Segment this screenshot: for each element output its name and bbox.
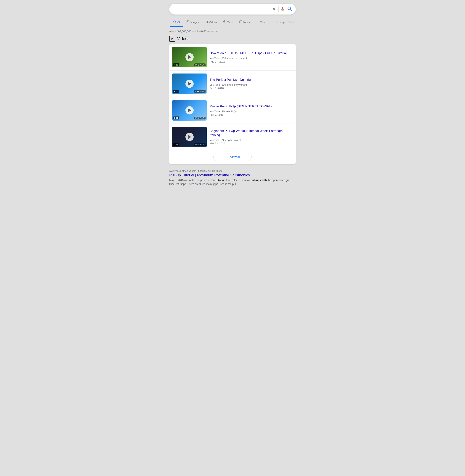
video-date-4: Mar 23, 2010 [210, 142, 293, 145]
svg-rect-0 [282, 7, 283, 9]
video-info-3: Master the Pull-Up (BEGINNER TUTORIAL) Y… [210, 104, 293, 116]
search-button[interactable] [287, 6, 292, 12]
result-path-1: tutorial › pull-up-tutorial [198, 170, 223, 172]
tab-images-label: Images [190, 21, 199, 24]
news-tab-icon [239, 20, 242, 24]
play-button-2[interactable] [185, 80, 194, 88]
more-tab-icon: ⋮ [256, 20, 259, 24]
result-title-1[interactable]: Pull-up Tutorial | Maximum Potential Cal… [169, 173, 296, 178]
video-thumbnail-3: 5:03 PREVIEW [172, 100, 207, 120]
preview-label-3: PREVIEW [194, 117, 206, 119]
tab-videos[interactable]: Videos [202, 18, 220, 26]
videos-card: 4:52 PREVIEW How to do a Pull Up / MORE … [169, 44, 296, 164]
divider [278, 7, 279, 12]
result-domain-1: www.mpcalisthenics.com [169, 170, 196, 172]
tab-maps-label: Maps [227, 21, 233, 24]
nav-tabs: All Images Videos [169, 18, 296, 27]
clear-icon[interactable]: ✕ [271, 7, 277, 11]
video-title-3[interactable]: Master the Pull-Up (BEGINNER TUTORIAL) [210, 104, 293, 108]
tab-maps[interactable]: Maps [220, 18, 236, 26]
video-title-4[interactable]: Beginners Pull Up Workout Tutorial Week … [210, 129, 293, 137]
search-bar: pull up tutorial ✕ [169, 4, 296, 14]
video-info-2: The Perfect Pull Up - Do it right! YouTu… [210, 78, 293, 90]
maps-tab-icon [223, 20, 226, 24]
images-tab-icon [186, 20, 189, 24]
result-url-1: www.mpcalisthenics.com › tutorial › pull… [169, 170, 296, 172]
page-wrapper: pull up tutorial ✕ [169, 4, 296, 188]
tab-all[interactable]: All [170, 18, 183, 27]
video-duration-2: 4:32 [173, 90, 179, 93]
play-button-3[interactable] [185, 106, 194, 114]
video-info-4: Beginners Pull Up Workout Tutorial Week … [210, 129, 293, 145]
video-duration-1: 4:52 [173, 63, 179, 66]
videos-section-header: Videos [169, 36, 296, 42]
video-source-2: YouTube · Calisthenicmovement [210, 83, 293, 86]
play-button-4[interactable] [185, 133, 194, 141]
tab-news[interactable]: News [236, 18, 253, 26]
video-date-3: Feb 7, 2019 [210, 113, 293, 116]
play-triangle-1 [188, 55, 191, 59]
video-thumbnail-4: 3:08 PREVIEW [172, 127, 207, 147]
preview-label-1: PREVIEW [194, 64, 206, 66]
result-path-separator-1: › [197, 170, 198, 172]
svg-point-11 [224, 21, 224, 22]
results-count: About 407,000,000 results (0.85 seconds) [169, 28, 296, 36]
video-source-4: YouTube · Strength Project [210, 139, 293, 142]
video-info-1: How to do a Pull Up / MORE Pull Ups - Pu… [210, 51, 293, 63]
search-input[interactable]: pull up tutorial [173, 7, 271, 11]
videos-section-title: Videos [177, 36, 190, 41]
video-source-3: YouTube · FitnessFAQs [210, 110, 293, 113]
play-triangle-4 [188, 135, 191, 139]
video-date-2: Sep 8, 2016 [210, 87, 293, 90]
video-thumbnail-2: 4:32 PREVIEW [172, 74, 207, 94]
video-duration-4: 3:08 [173, 143, 179, 146]
tab-more-label: More [260, 21, 266, 24]
tab-images[interactable]: Images [183, 18, 202, 26]
videos-section-icon [169, 36, 175, 42]
view-all-label: View all [230, 155, 241, 159]
videos-tab-icon [205, 20, 208, 24]
mic-icon[interactable] [280, 6, 285, 12]
arrow-right-icon: → [225, 155, 228, 159]
preview-label-2: PREVIEW [194, 90, 206, 93]
play-triangle-3 [188, 108, 191, 112]
play-button-1[interactable] [185, 53, 194, 61]
all-tab-icon [173, 20, 176, 24]
video-title-1[interactable]: How to do a Pull Up / MORE Pull Ups - Pu… [210, 51, 293, 55]
preview-label-4: PREVIEW [194, 143, 206, 146]
svg-line-4 [290, 10, 291, 11]
video-item-1[interactable]: 4:52 PREVIEW How to do a Pull Up / MORE … [169, 44, 296, 71]
tab-more[interactable]: ⋮ More [253, 18, 269, 26]
svg-marker-10 [206, 21, 207, 22]
view-all-container: → View all [169, 150, 296, 164]
result-snippet-1: May 8, 2018 — For the purposes of this t… [169, 178, 296, 186]
video-item-4[interactable]: 3:08 PREVIEW Beginners Pull Up Workout T… [169, 124, 296, 150]
video-date-1: Aug 27, 2015 [210, 60, 293, 63]
video-item-3[interactable]: 5:03 PREVIEW Master the Pull-Up (BEGINNE… [169, 97, 296, 124]
view-all-button[interactable]: → View all [213, 152, 252, 161]
video-title-2[interactable]: The Perfect Pull Up - Do it right! [210, 78, 293, 82]
svg-line-6 [175, 22, 176, 23]
tab-all-label: All [178, 20, 180, 23]
svg-marker-16 [171, 38, 173, 40]
play-triangle-2 [188, 82, 191, 86]
video-thumbnail-1: 4:52 PREVIEW [172, 47, 207, 67]
tools-link[interactable]: Tools [287, 18, 296, 26]
video-duration-3: 5:03 [173, 117, 179, 119]
tab-news-label: News [243, 21, 250, 24]
video-item-2[interactable]: 4:32 PREVIEW The Perfect Pull Up - Do it… [169, 71, 296, 97]
settings-link[interactable]: Settings [274, 18, 287, 26]
video-source-1: YouTube · Calisthenicmovement [210, 57, 293, 60]
tab-videos-label: Videos [209, 21, 217, 24]
search-result-1: www.mpcalisthenics.com › tutorial › pull… [169, 168, 296, 188]
